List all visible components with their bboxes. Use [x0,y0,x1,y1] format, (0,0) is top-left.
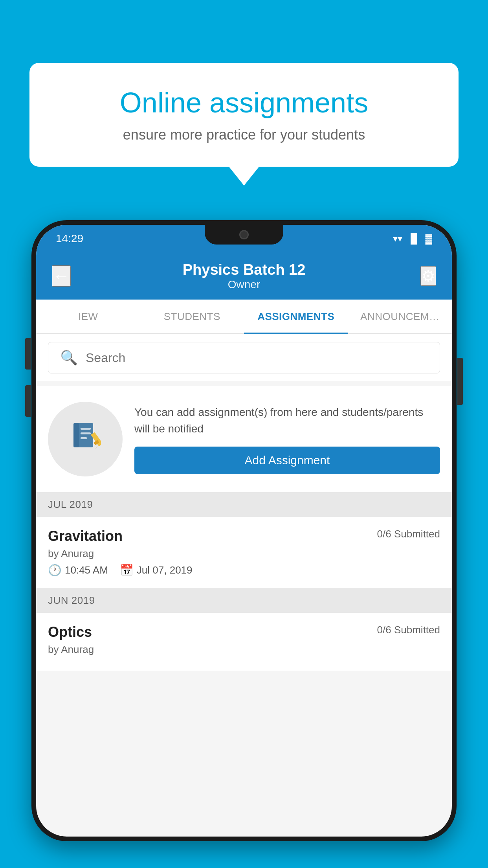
phone-screen: 14:29 ▾▾ ▐▌ ▓ ← Physics Batch 12 Owner ⚙ [36,225,452,837]
back-button[interactable]: ← [52,265,71,287]
section-header-jun: JUN 2019 [36,588,452,613]
assignment-time: 🕐 10:45 AM [48,564,108,577]
assignment-time-value: 10:45 AM [65,564,108,576]
signal-icon: ▐▌ [407,233,420,244]
tab-assignments[interactable]: ASSIGNMENTS [244,300,348,333]
status-time: 14:29 [56,232,83,245]
header-title: Physics Batch 12 [183,261,306,278]
add-assignment-promo: You can add assignment(s) from here and … [36,386,452,492]
svg-rect-2 [81,428,91,430]
side-button-vol-down [25,385,31,417]
status-icons: ▾▾ ▐▌ ▓ [393,233,432,244]
tab-students[interactable]: STUDENTS [140,300,244,333]
header-title-wrap: Physics Batch 12 Owner [183,261,306,291]
side-button-vol-up [25,338,31,370]
promo-text-wrap: You can add assignment(s) from here and … [134,404,440,474]
wifi-icon: ▾▾ [393,233,402,244]
assignment-by: by Anurag [48,548,440,560]
calendar-icon: 📅 [120,564,134,577]
assignment-date-value: Jul 07, 2019 [137,564,193,576]
assignment-submitted-optics: 0/6 Submitted [377,624,440,636]
assignment-meta: 🕐 10:45 AM 📅 Jul 07, 2019 [48,564,440,577]
front-camera [239,230,249,239]
tab-announcements[interactable]: ANNOUNCEM… [348,300,452,333]
svg-rect-3 [81,432,91,434]
bubble-title: Online assignments [57,86,431,119]
header-subtitle: Owner [183,278,306,291]
assignment-date: 📅 Jul 07, 2019 [120,564,193,577]
assignment-item-optics[interactable]: Optics 0/6 Submitted by Anurag [36,613,452,671]
svg-rect-4 [81,437,87,439]
assignment-top: Gravitation 0/6 Submitted [48,528,440,544]
svg-marker-7 [95,446,98,449]
clock-icon: 🕐 [48,564,62,577]
search-bar[interactable]: 🔍 [48,342,440,373]
battery-icon: ▓ [426,233,433,244]
assignment-by-optics: by Anurag [48,644,440,656]
assignment-name: Gravitation [48,528,123,544]
promo-icon-circle [48,402,123,476]
add-assignment-button[interactable]: Add Assignment [134,447,440,474]
svg-rect-1 [73,423,79,447]
phone-wrapper: 14:29 ▾▾ ▐▌ ▓ ← Physics Batch 12 Owner ⚙ [31,220,457,868]
section-header-jul: JUL 2019 [36,492,452,517]
assignment-item-gravitation[interactable]: Gravitation 0/6 Submitted by Anurag 🕐 10… [36,517,452,588]
bubble-subtitle: ensure more practice for your students [57,127,431,143]
side-button-power [457,358,463,405]
assignment-name-optics: Optics [48,624,92,640]
tab-iew[interactable]: IEW [36,300,140,333]
app-header: ← Physics Batch 12 Owner ⚙ [36,252,452,300]
tabs-bar: IEW STUDENTS ASSIGNMENTS ANNOUNCEM… [36,300,452,334]
settings-button[interactable]: ⚙ [420,266,436,286]
search-container: 🔍 [36,334,452,381]
phone-frame: 14:29 ▾▾ ▐▌ ▓ ← Physics Batch 12 Owner ⚙ [31,220,457,841]
assignment-icon [70,420,101,459]
search-input[interactable] [86,351,428,365]
speech-bubble: Online assignments ensure more practice … [29,63,459,167]
assignment-submitted: 0/6 Submitted [377,528,440,540]
promo-description: You can add assignment(s) from here and … [134,404,440,437]
phone-notch [205,225,283,245]
search-icon: 🔍 [60,349,78,366]
assignment-top-optics: Optics 0/6 Submitted [48,624,440,640]
